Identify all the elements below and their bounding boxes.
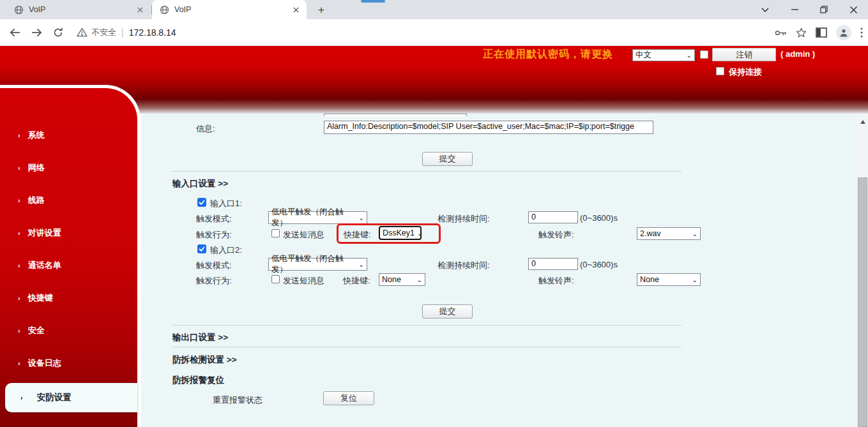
trigger-ring-value: 2.wav xyxy=(640,229,661,238)
detect-duration-range: (0~3600)s xyxy=(580,260,618,269)
tab-loading-indicator xyxy=(361,0,385,3)
trigger-ring-select[interactable]: 2.wav⌄ xyxy=(637,227,701,240)
submit-button[interactable]: 提交 xyxy=(422,304,473,318)
send-sms-label: 发送短消息 xyxy=(283,229,324,241)
sidebar-item-network[interactable]: ›网络 xyxy=(0,160,137,176)
chevron-down-icon: ⌄ xyxy=(692,276,697,283)
input2-enable-label: 输入口2: xyxy=(210,244,242,256)
scrollbar-thumb[interactable] xyxy=(858,177,867,427)
chevron-down-icon: ⌄ xyxy=(359,214,364,221)
sidebar-item-call-list[interactable]: ›通话名单 xyxy=(0,258,137,273)
sidebar-item-label: 对讲设置 xyxy=(28,227,61,239)
sidebar-item-function-key[interactable]: ›快捷键 xyxy=(0,290,137,306)
refresh-icon[interactable] xyxy=(51,26,65,40)
input-port-section-title: 输入口设置 >> xyxy=(172,178,228,190)
tab-voip-1[interactable]: VoIP xyxy=(6,0,151,19)
address-separator: | xyxy=(121,27,124,38)
tab-close-icon[interactable] xyxy=(291,4,301,15)
detect-duration-input[interactable]: 0 xyxy=(528,258,578,270)
restore-icon[interactable] xyxy=(809,0,839,19)
detect-duration-range: (0~3600)s xyxy=(580,213,618,223)
sidebar-item-label: 系统 xyxy=(28,130,45,141)
globe-icon xyxy=(160,5,169,15)
sidebar-item-device-log[interactable]: ›设备日志 xyxy=(0,356,137,371)
scroll-up-icon[interactable] xyxy=(857,120,868,124)
input1-enable-checkbox[interactable] xyxy=(197,198,206,207)
sidebar-item-system[interactable]: ›系统 xyxy=(0,128,137,143)
key-icon[interactable] xyxy=(775,29,787,37)
new-tab-button[interactable]: + xyxy=(314,3,328,17)
keep-connected-label: 保持连接 xyxy=(729,66,762,78)
browser-tab-strip: VoIP VoIP + xyxy=(0,0,868,19)
info-input[interactable]: Alarm_Info:Description=$model;SIP User=$… xyxy=(324,121,653,134)
chevron-right-icon: › xyxy=(18,229,20,237)
tab-close-icon[interactable] xyxy=(135,4,146,15)
sidebar-item-label: 快捷键 xyxy=(28,292,53,304)
browser-toolbar: 不安全 | 172.18.8.14 xyxy=(0,19,868,46)
chevron-right-icon: › xyxy=(18,294,20,302)
forward-icon[interactable] xyxy=(29,26,43,40)
tamper-detect-section-title[interactable]: 防拆检测设置 >> xyxy=(172,354,237,366)
trigger-ring-label: 触发铃声: xyxy=(538,229,574,241)
logout-button[interactable]: 注销 xyxy=(712,48,776,61)
sidebar-nav: ›系统 ›网络 ›线路 ›对讲设置 ›通话名单 ›快捷键 ›安全 ›设备日志 ›… xyxy=(0,85,141,427)
detect-duration-input[interactable]: 0 xyxy=(528,211,578,223)
clipped-input-artifact xyxy=(324,114,467,116)
sidebar-item-security-settings-active[interactable]: ›安防设置 xyxy=(5,383,137,412)
divider xyxy=(172,325,681,326)
toolbar-right-icons xyxy=(775,19,863,46)
send-sms-checkbox[interactable] xyxy=(271,275,280,283)
hotkey-label: 快捷键: xyxy=(343,275,370,287)
sidebar-item-line[interactable]: ›线路 xyxy=(0,193,137,208)
address-bar[interactable]: 不安全 | 172.18.8.14 xyxy=(77,27,176,38)
hotkey-value: DssKey1 xyxy=(383,228,415,237)
trigger-ring-select[interactable]: None⌄ xyxy=(637,273,701,286)
side-panel-icon[interactable] xyxy=(816,27,827,38)
tamper-alarm-reset-title: 防拆报警复位 xyxy=(172,375,224,386)
send-sms-checkbox[interactable] xyxy=(271,229,280,237)
sidebar-item-label: 线路 xyxy=(28,195,45,206)
chevron-down-icon: ⌄ xyxy=(687,52,692,59)
profile-avatar[interactable] xyxy=(836,25,851,40)
window-chevron-icon[interactable] xyxy=(750,0,780,19)
chevron-right-icon: › xyxy=(18,327,20,334)
menu-dots-icon[interactable] xyxy=(860,27,863,38)
trigger-mode-select[interactable]: 低电平触发（闭合触发）⌄ xyxy=(268,211,367,224)
not-secure-warning-icon xyxy=(77,27,88,37)
tab-title: VoIP xyxy=(174,5,291,14)
hotkey-select[interactable]: None⌄ xyxy=(379,273,425,286)
trigger-mode-label: 触发模式: xyxy=(196,260,232,271)
divider xyxy=(172,347,681,347)
output-port-section-title[interactable]: 输出口设置 >> xyxy=(172,332,228,343)
trigger-mode-select[interactable]: 低电平触发（闭合触发）⌄ xyxy=(268,258,367,271)
sidebar-item-label: 设备日志 xyxy=(28,357,61,369)
url-text[interactable]: 172.18.8.14 xyxy=(129,27,176,38)
tab-voip-2[interactable]: VoIP xyxy=(152,0,307,19)
hotkey-select[interactable]: DssKey1⌄ xyxy=(379,226,422,240)
chevron-right-icon: › xyxy=(18,197,20,204)
divider xyxy=(172,171,681,172)
tab-title: VoIP xyxy=(29,5,135,14)
sidebar-item-security[interactable]: ›安全 xyxy=(0,323,137,338)
detect-duration-label: 检测持续时间: xyxy=(438,260,490,271)
close-window-icon[interactable] xyxy=(839,0,868,19)
header-checkbox[interactable] xyxy=(700,50,708,59)
sidebar-item-intercom-settings[interactable]: ›对讲设置 xyxy=(0,225,137,241)
chevron-right-icon: › xyxy=(18,131,20,139)
keep-connected-checkbox[interactable] xyxy=(716,67,724,75)
trigger-action-label: 触发行为: xyxy=(196,229,232,241)
trigger-mode-label: 触发模式: xyxy=(196,213,232,225)
globe-icon xyxy=(14,5,24,15)
input2-enable-checkbox[interactable] xyxy=(197,244,206,253)
hotkey-value: None xyxy=(382,275,401,284)
window-controls xyxy=(750,0,868,19)
minimize-icon[interactable] xyxy=(780,0,809,19)
reset-button[interactable]: 复位 xyxy=(323,391,374,405)
send-sms-label: 发送短消息 xyxy=(283,275,324,287)
submit-button[interactable]: 提交 xyxy=(422,152,473,166)
default-password-warning: 正在使用默认密码，请更换 xyxy=(483,48,613,61)
content-scrollbar[interactable] xyxy=(857,114,868,427)
back-icon[interactable] xyxy=(8,26,22,40)
bookmark-star-icon[interactable] xyxy=(796,27,807,38)
language-select[interactable]: 中文⌄ xyxy=(632,49,695,61)
